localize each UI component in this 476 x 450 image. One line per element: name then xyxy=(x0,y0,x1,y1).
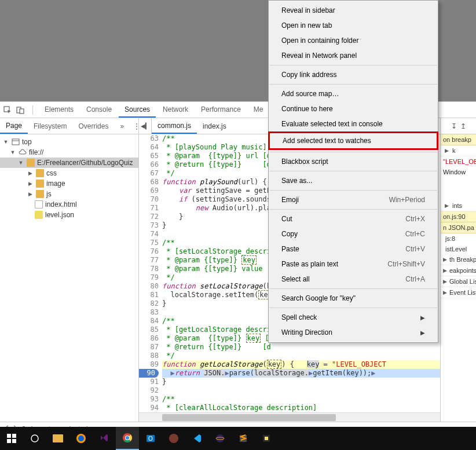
code-line[interactable]: } xyxy=(162,378,440,386)
context-menu-item[interactable]: Save as... xyxy=(269,173,438,188)
subtab-filesystem[interactable]: Filesystem xyxy=(28,119,72,133)
eclipse-taskbar[interactable] xyxy=(208,427,232,450)
context-menu-item[interactable]: Search Google for "key" xyxy=(269,291,438,306)
chrome-taskbar[interactable] xyxy=(116,427,139,450)
context-menu-item[interactable]: Open in new tab xyxy=(269,18,438,33)
subtab-more[interactable]: » xyxy=(114,119,130,133)
folder-label: css xyxy=(46,169,57,177)
json-file-icon xyxy=(35,211,43,219)
step-up-icon[interactable]: ↥ xyxy=(460,122,466,130)
editor-nav-buttons: ◀▎ xyxy=(139,118,152,134)
tree-path[interactable]: ▼ E:/Freelancer/Github/LogoQuiz xyxy=(0,158,138,168)
vscode-taskbar[interactable] xyxy=(185,427,208,450)
tree-origin[interactable]: ▼ file:// xyxy=(0,147,138,158)
subtab-page[interactable]: Page xyxy=(0,118,28,134)
context-menu-item[interactable]: Add selected text to watches xyxy=(268,131,438,150)
submenu-arrow-icon: ▶ xyxy=(420,314,425,321)
tab-more-truncated[interactable]: Me xyxy=(248,102,269,118)
rp-stack-frame[interactable]: n JSON.pa xyxy=(441,222,476,233)
nav-left-icon[interactable]: ◀▎ xyxy=(141,123,150,129)
rp-watch[interactable]: ▶k xyxy=(441,145,476,156)
tree-file-level-json[interactable]: level.json xyxy=(0,210,138,220)
line-number-gutter: 6364656667686970717273747576777879808182… xyxy=(139,134,162,422)
context-menu-item[interactable]: Paste as plain textCtrl+Shift+V xyxy=(269,257,438,272)
folder-icon xyxy=(36,180,44,188)
context-menu-separator xyxy=(269,288,437,289)
svg-point-11 xyxy=(78,436,84,441)
context-menu-item[interactable]: Select allCtrl+A xyxy=(269,272,438,287)
context-menu-item[interactable]: CopyCtrl+C xyxy=(269,226,438,242)
cortana-button[interactable] xyxy=(23,427,46,450)
rp-stack-frame[interactable]: js:8 xyxy=(441,233,476,244)
rp-xhr-breakpoints[interactable]: ▶th Breakpoints xyxy=(441,254,476,265)
context-menu-item[interactable]: EmojiWin+Period xyxy=(269,192,438,207)
code-line[interactable]: * @return {[type]} [d xyxy=(162,343,440,352)
svg-rect-8 xyxy=(12,439,16,443)
tab-network[interactable]: Network xyxy=(157,102,194,118)
rp-stack-frame[interactable]: istLevel xyxy=(441,244,476,254)
rp-global-listeners[interactable]: ▶Global Listeners xyxy=(441,276,476,287)
context-menu-item[interactable]: Reveal in Network panel xyxy=(269,48,438,63)
device-toggle-icon[interactable] xyxy=(16,106,24,114)
code-line[interactable]: function getLocalStorage(key) { key = "L… xyxy=(162,360,440,369)
tab-elements[interactable]: Elements xyxy=(39,102,79,118)
context-menu-item[interactable]: Reveal in sidebar xyxy=(269,3,438,18)
visual-studio-taskbar[interactable] xyxy=(93,427,116,450)
outlook-taskbar[interactable]: O xyxy=(139,427,162,450)
debugger-controls-truncated: ↧ ↥ xyxy=(440,118,476,134)
tree-folder-image[interactable]: ▶image xyxy=(0,178,138,189)
context-menu-separator xyxy=(269,209,437,210)
tree-folder-css[interactable]: ▶css xyxy=(0,168,138,178)
context-menu-item[interactable]: Open in containing folder xyxy=(269,33,438,48)
context-menu-item[interactable]: Add source map… xyxy=(269,86,438,101)
svg-text:O: O xyxy=(148,436,153,442)
tab-sources[interactable]: Sources xyxy=(119,102,156,118)
file-explorer-taskbar[interactable] xyxy=(46,427,69,450)
context-menu-label: Cut xyxy=(281,215,292,223)
debugger-side-panel: on breakp ▶k "LEVEL_OBJ Window ▶ints on.… xyxy=(440,134,476,422)
file-tab-common-js[interactable]: common.js xyxy=(152,118,197,134)
tab-performance[interactable]: Performance xyxy=(195,102,247,118)
context-menu-label: Save as... xyxy=(281,177,312,185)
app-taskbar-1[interactable] xyxy=(162,427,185,450)
folder-label: image xyxy=(46,180,65,188)
context-menu-label: Open in new tab xyxy=(281,21,332,30)
app-taskbar-2[interactable] xyxy=(255,427,278,450)
context-menu-label: Evaluate selected text in console xyxy=(281,120,383,128)
rp-event-listener-breakpoints[interactable]: ▶Event Listener Break xyxy=(441,287,476,298)
context-menu-shortcut: Ctrl+V xyxy=(405,245,425,253)
file-tab-index-js[interactable]: index.js xyxy=(197,119,232,133)
horizontal-scrollbar[interactable] xyxy=(139,412,440,422)
firefox-taskbar[interactable] xyxy=(69,427,93,450)
tree-top[interactable]: ▼ top xyxy=(0,137,138,147)
svg-rect-24 xyxy=(265,437,268,440)
rp-label: eakpoints xyxy=(449,267,476,274)
cloud-icon xyxy=(19,148,27,156)
rp-dom-breakpoints[interactable]: ▶eakpoints xyxy=(441,265,476,276)
code-line[interactable]: ▶return JSON.▶parse(localStorage.▶getIte… xyxy=(162,369,440,378)
code-line[interactable]: * [clearAllLocalStorage description] xyxy=(162,404,440,412)
rp-breakpoints[interactable]: ▶ints xyxy=(441,200,476,211)
code-line[interactable] xyxy=(162,386,440,395)
context-menu-item[interactable]: Blackbox script xyxy=(269,154,438,169)
context-menu-item[interactable]: Continue to here xyxy=(269,101,438,116)
tab-console[interactable]: Console xyxy=(80,102,118,118)
sublime-taskbar[interactable] xyxy=(232,427,255,450)
scrollbar-thumb[interactable] xyxy=(162,414,336,421)
code-line[interactable]: /** xyxy=(162,395,440,404)
context-menu-item[interactable]: CutCtrl+X xyxy=(269,211,438,226)
context-menu-item[interactable]: Spell check▶ xyxy=(269,310,438,325)
tree-folder-js[interactable]: ▶js xyxy=(0,189,138,199)
context-menu-item[interactable]: Copy link address xyxy=(269,67,438,82)
rp-stack-frame[interactable]: on.js:90 xyxy=(441,211,476,222)
context-menu-item[interactable]: Evaluate selected text in console xyxy=(269,116,438,131)
inspect-element-icon[interactable] xyxy=(3,106,12,114)
context-menu-item[interactable]: PasteCtrl+V xyxy=(269,242,438,257)
code-line[interactable]: */ xyxy=(162,352,440,360)
tree-file-index-html[interactable]: index.html xyxy=(0,199,138,210)
start-button[interactable] xyxy=(0,427,23,450)
context-menu-separator xyxy=(269,65,437,65)
step-down-icon[interactable]: ↧ xyxy=(451,122,457,130)
subtab-overrides[interactable]: Overrides xyxy=(72,119,114,133)
context-menu-item[interactable]: Writing Direction▶ xyxy=(269,325,438,340)
